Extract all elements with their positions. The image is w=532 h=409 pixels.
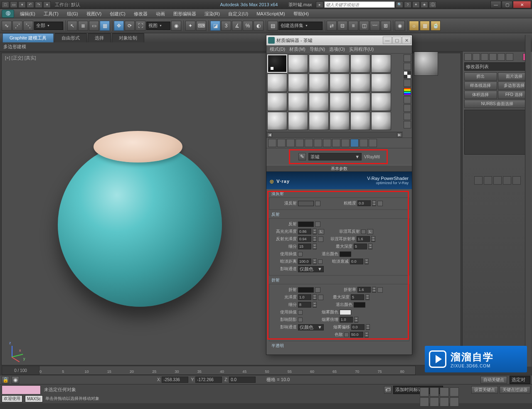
search-input[interactable] (324, 1, 395, 8)
render-setup-icon[interactable]: ☼ (409, 21, 419, 31)
refl-interp-checkbox[interactable] (298, 252, 303, 256)
pct-snap-icon[interactable]: % (243, 21, 253, 31)
move-icon[interactable]: ✥ (114, 21, 124, 31)
scale-icon[interactable]: ⛶ (135, 21, 145, 31)
spinner-snap-icon[interactable]: ◐ (254, 21, 264, 31)
pivot-icon[interactable]: ◉ (171, 21, 181, 31)
mat-map-nav-icon[interactable] (404, 121, 411, 128)
manip-icon[interactable]: ✦ (185, 21, 195, 31)
modifier-list-dropdown[interactable]: 修改器列表▼ (464, 62, 530, 71)
video-color-icon[interactable] (404, 88, 411, 95)
unlink-icon[interactable]: ⋰ (12, 21, 22, 31)
lock-icon[interactable]: 🔒 (2, 376, 9, 384)
menu-view[interactable]: 视图(V) (82, 9, 106, 18)
undo-icon[interactable]: ↶ (27, 1, 34, 8)
assign-mat-icon[interactable] (286, 139, 295, 147)
sample-slot[interactable] (371, 93, 391, 111)
ribbon-sub-label[interactable]: 多边形建模 (3, 44, 26, 50)
spinner[interactable]: ▴▾ (372, 287, 376, 293)
menu-render[interactable]: 渲染(R) (200, 9, 224, 18)
menu-anim[interactable]: 动画 (152, 9, 169, 18)
unique-icon[interactable] (493, 176, 502, 185)
named-selset-dropdown[interactable]: 创建选择集▼ (278, 22, 323, 30)
fov-icon[interactable] (450, 387, 459, 397)
remove-icon[interactable] (503, 176, 511, 185)
spinner[interactable]: ▴▾ (372, 200, 376, 206)
x-input[interactable]: -258.336 (162, 377, 188, 383)
sample-slot[interactable] (330, 93, 350, 111)
sample-slot[interactable] (330, 112, 350, 130)
make-copy-icon[interactable] (305, 139, 313, 147)
layer-icon[interactable]: ≡ (348, 21, 358, 31)
sample-slot[interactable] (309, 93, 329, 111)
mod-btn-extrude[interactable]: 挤出 (464, 72, 497, 81)
star-icon[interactable]: ★ (421, 1, 428, 8)
named-sel-icon[interactable]: ▤ (268, 21, 278, 31)
pin-icon[interactable] (474, 176, 483, 185)
maximize-button[interactable]: ▢ (502, 1, 512, 8)
refl-gloss-input[interactable]: 0.94 (298, 236, 311, 242)
reflect-color[interactable] (298, 222, 314, 227)
lock-button[interactable]: L (318, 229, 324, 234)
medit-titlebar[interactable]: 材质编辑器 - 茶罐 — ▢ ✕ (266, 35, 412, 45)
side-scrollbar[interactable] (525, 35, 531, 367)
show-end-icon[interactable] (350, 139, 359, 147)
pan-icon[interactable] (420, 397, 429, 407)
fresnel-lock-button[interactable]: L (367, 229, 373, 234)
curve-ed-icon[interactable]: 〰 (370, 21, 380, 31)
pick-mat-icon[interactable]: ✎ (298, 153, 306, 160)
spinner[interactable]: ▴▾ (313, 259, 317, 264)
modifier-stack[interactable] (464, 110, 530, 155)
keymode-dropdown[interactable]: 选定对 (510, 376, 530, 384)
rect-select-icon[interactable]: ▭ (89, 21, 99, 31)
schem-icon[interactable]: ⊞ (381, 21, 391, 31)
close-button[interactable]: ✕ (513, 1, 531, 8)
bind-icon[interactable]: ⋱ (23, 21, 33, 31)
sample-slot[interactable] (330, 74, 350, 92)
fog-color[interactable] (340, 310, 351, 315)
get-mat-icon[interactable] (268, 139, 276, 147)
help-icon[interactable]: ? (404, 1, 411, 8)
select-icon[interactable]: ↖ (67, 21, 77, 31)
background-icon[interactable] (404, 71, 411, 79)
mod-btn-vol[interactable]: 体积选择 (464, 91, 497, 99)
diffuse-color[interactable] (298, 201, 314, 206)
reset-mat-icon[interactable] (296, 139, 304, 147)
spinner[interactable]: ▴▾ (371, 236, 375, 242)
angle-snap-icon[interactable]: ∡ (232, 21, 242, 31)
spinner[interactable]: ▴▾ (365, 259, 369, 264)
sample-slot[interactable] (309, 54, 329, 73)
render-frame-icon[interactable]: ▦ (420, 21, 430, 31)
sample-slot[interactable] (350, 74, 370, 92)
go-sibling-icon[interactable] (369, 139, 377, 147)
sample-slot[interactable] (371, 112, 391, 130)
more-icon[interactable]: ▾ (43, 1, 51, 8)
sample-slot[interactable] (309, 74, 329, 92)
sample-slot[interactable] (288, 54, 308, 73)
spinner[interactable]: ▴▾ (313, 294, 317, 300)
menu-graph[interactable]: 图形编辑器 (169, 9, 200, 18)
zoom-icon[interactable] (420, 387, 429, 397)
workspace-label[interactable]: 工作台: 默认 (55, 2, 80, 8)
selection-filter-dropdown[interactable]: 全部▼ (34, 22, 63, 30)
medit-menu-mode[interactable]: 模式(D) (268, 46, 287, 52)
backlight-icon[interactable] (404, 63, 411, 70)
fog-bias-input[interactable]: 0.0 (351, 324, 365, 330)
diffuse-map-button[interactable] (315, 201, 320, 206)
medit-menu-opt[interactable]: 选项(O) (328, 46, 347, 52)
motion-tab-icon[interactable] (489, 53, 497, 61)
medit-menu-mat[interactable]: 材质(M) (288, 46, 307, 52)
refr-exit-color[interactable] (354, 302, 365, 308)
mod-btn-nurbs[interactable]: NURBS 曲面选择 (464, 100, 530, 108)
minimize-button[interactable]: — (490, 1, 501, 8)
menu-group[interactable]: 组(G) (63, 9, 82, 18)
sample-type-icon[interactable] (404, 54, 411, 62)
roughness-input[interactable]: 0.0 (357, 200, 371, 206)
rotate-icon[interactable]: ⟳ (125, 21, 135, 31)
ref-coord-dropdown[interactable]: 视图▼ (146, 22, 170, 30)
hilight-gloss-input[interactable]: 0.86 (298, 229, 311, 234)
tab-select[interactable]: 选择 (88, 33, 111, 42)
info-icon[interactable]: ⓘ (429, 1, 436, 8)
sample-slot[interactable] (267, 112, 287, 130)
zoom-ext-icon[interactable] (440, 387, 449, 397)
